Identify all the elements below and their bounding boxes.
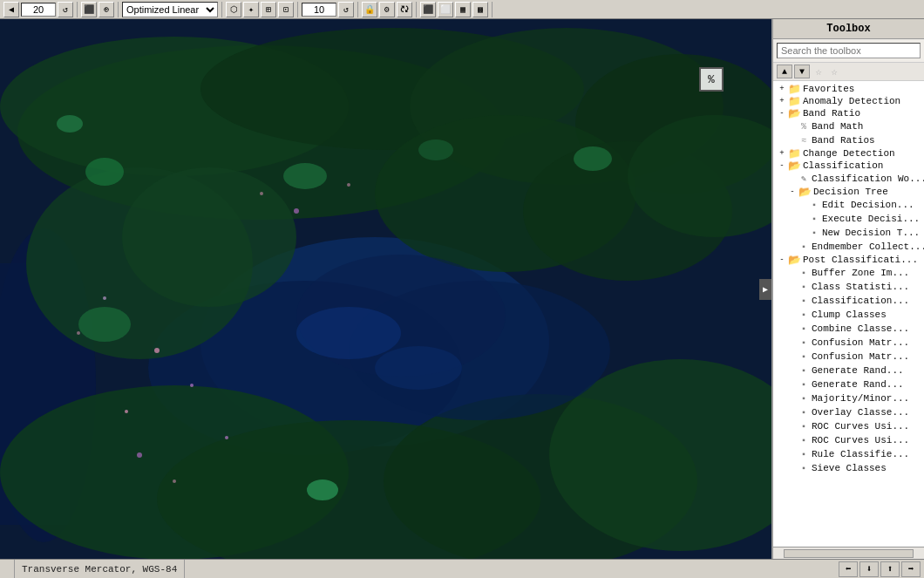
tree-label-combine-classes: Combine Classe...: [812, 323, 909, 334]
tree-item-decision-tree[interactable]: - 📂 Decision Tree: [773, 186, 924, 198]
svg-point-28: [225, 436, 228, 439]
toolbar-nav-btn-2[interactable]: ⊕: [99, 2, 114, 17]
tree-item-anomaly[interactable]: + 📁 Anomaly Detection: [773, 95, 924, 107]
tree-item-classification-wo[interactable]: ✎ Classification Wo...: [773, 172, 924, 186]
tree-item-clump-classes[interactable]: ▪ Clump Classes: [773, 308, 924, 322]
tree-item-edit-decision[interactable]: ▪ Edit Decision...: [773, 198, 924, 212]
tree-item-execute-decision[interactable]: ▪ Execute Decisi...: [773, 212, 924, 226]
nav-up-btn[interactable]: ▲: [777, 65, 792, 78]
tree-label-rule-classifie: Rule Classifie...: [812, 449, 909, 459]
svg-point-20: [283, 163, 327, 189]
tree-item-confusion-matr1[interactable]: ▪ Confusion Matr...: [773, 336, 924, 350]
tree-item-band-ratio[interactable]: - 📂 Band Ratio: [773, 107, 924, 119]
toolbar-group-stretch: Optimized Linear: [122, 2, 222, 17]
tree-label-band-ratio: Band Ratio: [803, 108, 860, 119]
tree-item-majority-minor[interactable]: ▪ Majority/Minor...: [773, 391, 924, 405]
tree-item-confusion-matr2[interactable]: ▪ Confusion Matr...: [773, 350, 924, 364]
tree-item-change-detection[interactable]: + 📁 Change Detection: [773, 147, 924, 160]
tool-btn-4[interactable]: ⊡: [278, 2, 294, 17]
tree-item-generate-rand2[interactable]: ▪ Generate Rand...: [773, 377, 924, 391]
tree-item-post-classification[interactable]: - 📂 Post Classificati...: [773, 254, 924, 266]
tree-item-class-statistics[interactable]: ▪ Class Statisti...: [773, 280, 924, 294]
status-icon-2[interactable]: ⬇: [859, 561, 879, 577]
icon-roc-curves1: ▪: [798, 420, 810, 432]
icon-execute-decision: ▪: [808, 213, 820, 225]
zoom-refresh-btn[interactable]: ↺: [338, 2, 354, 17]
toggle-clump-classes: [787, 309, 798, 320]
svg-point-23: [154, 348, 160, 353]
icon-new-decision: ▪: [808, 227, 820, 239]
tool-btn-2[interactable]: ✦: [243, 2, 259, 17]
tree-item-band-math[interactable]: % Band Math: [773, 119, 924, 133]
map-area[interactable]: % ▶: [0, 19, 771, 559]
tree-label-band-math: Band Math: [812, 121, 863, 132]
status-icon-3[interactable]: ⬆: [880, 561, 900, 577]
toggle-band-math: [787, 121, 798, 132]
tree-item-combine-classes[interactable]: ▪ Combine Classe...: [773, 322, 924, 336]
tree-label-sieve-classes: Sieve Classes: [812, 463, 887, 473]
view-btn-3[interactable]: ▦: [455, 2, 471, 17]
toggle-sieve-classes: [787, 463, 798, 473]
toolbar-group-tools: ⬡ ✦ ⊞ ⊡: [226, 2, 298, 17]
toolbar-nav-btn-1[interactable]: ⬛: [81, 2, 97, 17]
svg-point-39: [296, 307, 401, 359]
icon-class-statistics: ▪: [798, 281, 810, 293]
tree-label-confusion-matr1: Confusion Matr...: [812, 337, 909, 348]
toolbar-group-view: ⬛ ⬜ ▦ ▩: [420, 2, 493, 17]
toggle-generate-rand1: [787, 365, 798, 376]
tree-item-classification[interactable]: - 📂 Classification: [773, 160, 924, 172]
view-btn-2[interactable]: ⬜: [438, 2, 453, 17]
svg-point-29: [260, 192, 263, 195]
tree-item-generate-rand1[interactable]: ▪ Generate Rand...: [773, 364, 924, 377]
nav-star-2[interactable]: ☆: [827, 65, 841, 78]
extra-btn-2[interactable]: ⚙: [379, 2, 395, 17]
nav-star-1[interactable]: ☆: [812, 65, 825, 78]
map-percent-icon: %: [699, 67, 724, 92]
tree-item-roc-curves2[interactable]: ▪ ROC Curves Usi...: [773, 433, 924, 447]
tree-label-generate-rand2: Generate Rand...: [812, 379, 904, 390]
status-icon-4[interactable]: ➡: [901, 561, 921, 577]
toolbox-search-input[interactable]: [777, 43, 921, 58]
tree-label-majority-minor: Majority/Minor...: [812, 393, 909, 404]
view-btn-1[interactable]: ⬛: [420, 2, 436, 17]
toggle-anomaly: +: [777, 96, 787, 106]
tree-item-band-ratios[interactable]: ≈ Band Ratios: [773, 133, 924, 147]
toggle-post-classification: -: [777, 255, 787, 265]
tool-btn-1[interactable]: ⬡: [226, 2, 241, 17]
zoom-input-2[interactable]: 10: [302, 3, 336, 17]
toolbar-refresh-btn[interactable]: ↺: [58, 2, 73, 17]
tree-label-roc-curves1: ROC Curves Usi...: [812, 421, 909, 432]
tool-btn-3[interactable]: ⊞: [261, 2, 276, 17]
tree-item-rule-classifie[interactable]: ▪ Rule Classifie...: [773, 447, 924, 461]
stretch-select[interactable]: Optimized Linear: [122, 2, 218, 17]
tree-item-overlay-classes[interactable]: ▪ Overlay Classe...: [773, 405, 924, 419]
extra-btn-3[interactable]: 🗘: [397, 2, 412, 17]
tree-item-classification2[interactable]: ▪ Classification...: [773, 294, 924, 308]
tree-item-roc-curves1[interactable]: ▪ ROC Curves Usi...: [773, 419, 924, 433]
svg-point-19: [78, 307, 131, 342]
map-expand-arrow[interactable]: ▶: [759, 279, 771, 300]
svg-point-40: [375, 346, 462, 390]
folder-band-ratio-icon: 📂: [787, 108, 801, 119]
toggle-confusion-matr2: [787, 351, 798, 362]
tree-item-endmember[interactable]: ▪ Endmember Collect...: [773, 240, 924, 254]
zoom-input[interactable]: 20: [21, 3, 56, 17]
tree-item-favorites[interactable]: + 📁 Favorites: [773, 83, 924, 95]
tree-label-roc-curves2: ROC Curves Usi...: [812, 435, 909, 445]
tree-item-sieve-classes[interactable]: ▪ Sieve Classes: [773, 461, 924, 475]
status-projection: Transverse Mercator, WGS-84: [15, 560, 185, 578]
tree-label-classification-wo: Classification Wo...: [812, 173, 924, 184]
status-icon-1[interactable]: ⬅: [839, 561, 858, 577]
view-btn-4[interactable]: ▩: [472, 2, 488, 17]
folder-classification-icon: 📂: [787, 160, 801, 171]
tree-item-new-decision[interactable]: ▪ New Decision T...: [773, 226, 924, 240]
toolbox-panel: Toolbox ▲ ▼ ☆ ☆ + 📁 Favorites + 📁 Anomal: [771, 19, 924, 559]
nav-down-btn[interactable]: ▼: [794, 65, 810, 78]
toggle-class-statistics: [787, 282, 798, 292]
toolbox-hscrollbar[interactable]: [773, 547, 924, 559]
icon-classification-wo: ✎: [798, 173, 810, 185]
tree-label-buffer-zone: Buffer Zone Im...: [812, 268, 909, 278]
toolbar-back-btn[interactable]: ◀: [3, 2, 19, 17]
extra-btn-1[interactable]: 🔒: [362, 2, 377, 17]
tree-item-buffer-zone[interactable]: ▪ Buffer Zone Im...: [773, 266, 924, 280]
